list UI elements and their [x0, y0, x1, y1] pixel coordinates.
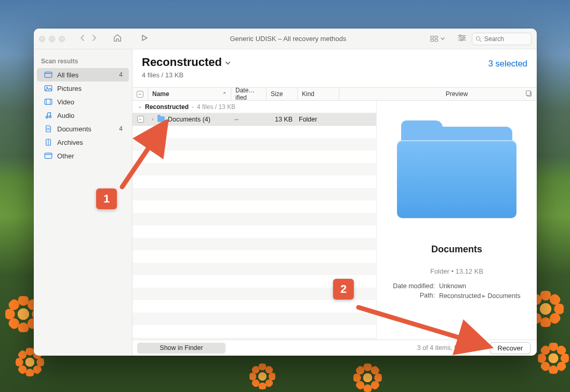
- grid-icon: [430, 35, 439, 43]
- column-label: Size: [271, 90, 283, 98]
- breadcrumb-separator: ▸: [481, 292, 487, 300]
- sliders-icon: [457, 34, 467, 42]
- svg-point-15: [46, 87, 47, 88]
- svg-rect-12: [45, 72, 52, 77]
- svg-rect-16: [45, 99, 52, 104]
- archives-icon: [44, 139, 52, 145]
- window-controls: [39, 36, 65, 42]
- preview-path-value: Reconstructed▸Documents: [439, 292, 521, 300]
- file-list-area: ⌄ Reconstructed - 4 files / 13 KB − › Do…: [132, 101, 377, 340]
- sidebar-item-badge: 4: [119, 71, 124, 78]
- group-sep: -: [192, 103, 194, 111]
- column-label: Kind: [302, 90, 314, 98]
- file-row[interactable]: − › Documents (4) -- 13 KB Folder: [132, 113, 376, 126]
- sidebar-item-video[interactable]: Video: [37, 95, 129, 109]
- content-header: Reconstructed 4 files / 13 KB 3 selected: [132, 49, 537, 79]
- group-header-row[interactable]: ⌄ Reconstructed - 4 files / 13 KB: [132, 101, 376, 113]
- window-title: Generic UDISK – All recovery methods: [153, 35, 423, 43]
- page-title[interactable]: Reconstructed: [142, 56, 231, 69]
- svg-point-9: [460, 39, 462, 41]
- content-split: ⌄ Reconstructed - 4 files / 13 KB − › Do…: [132, 101, 537, 340]
- sidebar-item-audio[interactable]: Audio: [37, 109, 129, 122]
- sidebar-item-other[interactable]: Other: [37, 149, 129, 163]
- button-label: Show in Finder: [160, 344, 203, 352]
- sidebar-item-label: Pictures: [57, 85, 124, 92]
- sidebar-item-label: Video: [57, 98, 124, 106]
- home-button[interactable]: [113, 33, 122, 44]
- sidebar-item-archives[interactable]: Archives: [37, 136, 129, 149]
- svg-rect-1: [435, 36, 438, 38]
- column-name[interactable]: Name ⌃: [148, 88, 231, 100]
- annotation-callout-2: 2: [333, 279, 354, 300]
- checkbox-indeterminate[interactable]: −: [137, 91, 143, 98]
- view-mode-toggle[interactable]: [428, 34, 447, 44]
- expand-toggle[interactable]: ›: [148, 116, 157, 122]
- filters-button[interactable]: [457, 34, 467, 44]
- footer: Show in Finder 3 of 4 items, 9 KB total …: [132, 340, 537, 356]
- documents-icon: [44, 126, 52, 132]
- column-label: Date…ified: [235, 87, 262, 101]
- toolbar: Generic UDISK – All recovery methods: [34, 29, 537, 49]
- chevron-down-icon: ⌄: [138, 103, 142, 109]
- page-subtitle: 4 files / 13 KB: [142, 71, 488, 79]
- play-button[interactable]: [141, 34, 148, 43]
- search-input[interactable]: [484, 35, 521, 43]
- search-icon: [475, 36, 482, 42]
- audio-icon: [44, 112, 52, 118]
- copy-icon[interactable]: [525, 90, 533, 99]
- preview-metadata: Date modified: Unknown Path: Reconstruct…: [393, 282, 520, 300]
- sidebar-header: Scan results: [34, 56, 132, 68]
- show-in-finder-button[interactable]: Show in Finder: [137, 343, 226, 354]
- file-size: 13 KB: [266, 116, 297, 123]
- file-name: Documents (4): [168, 116, 210, 123]
- video-icon: [44, 99, 52, 105]
- preview-date-value: Unknown: [439, 282, 521, 290]
- minimize-window-button[interactable]: [49, 36, 55, 42]
- column-spacer: [339, 88, 377, 100]
- folder-icon: [157, 116, 165, 122]
- chevron-down-icon: [441, 36, 445, 42]
- sidebar: Scan results All files 4 Pictures Video …: [34, 49, 132, 356]
- chevron-down-icon: [225, 56, 231, 69]
- svg-rect-3: [435, 39, 438, 41]
- decorative-flower: [353, 363, 382, 392]
- column-checkbox[interactable]: −: [132, 88, 148, 100]
- window-icon: [44, 153, 52, 159]
- main-content: Reconstructed 4 files / 13 KB 3 selected…: [132, 49, 537, 356]
- zoom-window-button[interactable]: [59, 36, 65, 42]
- column-preview: Preview: [377, 88, 537, 100]
- sidebar-item-documents[interactable]: Documents 4: [37, 122, 129, 136]
- column-date[interactable]: Date…ified: [231, 88, 267, 100]
- preview-pane: Documents Folder • 13.12 KB Date modifie…: [377, 101, 537, 340]
- preview-path-key: Path:: [393, 292, 435, 300]
- svg-rect-29: [526, 90, 531, 95]
- column-kind[interactable]: Kind: [298, 88, 339, 100]
- page-title-text: Reconstructed: [142, 56, 222, 69]
- svg-rect-0: [431, 36, 434, 38]
- pictures-icon: [44, 85, 52, 91]
- back-button[interactable]: [79, 34, 85, 43]
- group-details: 4 files / 13 KB: [197, 103, 235, 111]
- recover-button[interactable]: Recover: [490, 342, 531, 354]
- footer-status: 3 of 4 items, 9 KB total: [417, 344, 483, 352]
- decorative-flower: [538, 343, 569, 374]
- search-box[interactable]: [472, 33, 532, 45]
- preview-date-key: Date modified:: [393, 282, 435, 290]
- sidebar-item-all-files[interactable]: All files 4: [37, 68, 129, 82]
- row-stripes: [132, 101, 376, 340]
- close-window-button[interactable]: [39, 36, 45, 42]
- sidebar-item-label: Audio: [57, 112, 124, 119]
- decorative-flower: [249, 363, 275, 389]
- breadcrumb-part: Documents: [487, 292, 520, 300]
- sidebar-item-pictures[interactable]: Pictures: [37, 82, 129, 95]
- preview-subtitle: Folder • 13.12 KB: [430, 267, 483, 275]
- column-headers: − Name ⌃ Date…ified Size Kind Preview: [132, 87, 537, 101]
- column-size[interactable]: Size: [267, 88, 298, 100]
- sidebar-item-badge: 4: [119, 125, 124, 132]
- sidebar-item-label: Other: [57, 152, 124, 160]
- button-label: Recover: [498, 344, 523, 352]
- forward-button[interactable]: [91, 34, 97, 43]
- nav-arrows: [79, 34, 97, 43]
- row-checkbox[interactable]: −: [137, 116, 144, 123]
- selection-count: 3 selected: [488, 56, 527, 69]
